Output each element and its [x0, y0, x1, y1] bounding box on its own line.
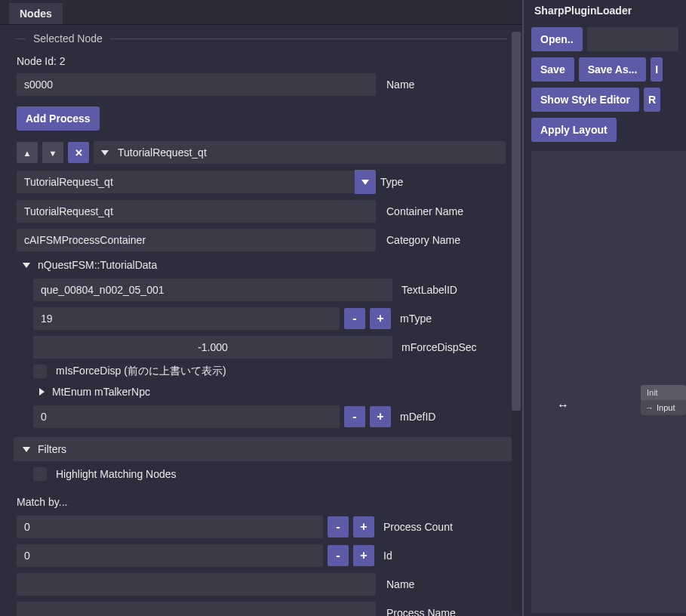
chevron-down-icon	[101, 150, 109, 156]
name-label: Name	[386, 79, 414, 91]
tutorial-data-label: nQuestFSM::TutorialData	[38, 259, 157, 271]
process-count-minus-button[interactable]: -	[328, 516, 349, 537]
process-title: TutorialRequest_qt	[118, 146, 207, 159]
path-input[interactable]	[587, 27, 678, 51]
id-label: Id	[383, 550, 392, 562]
filters-header[interactable]: Filters	[14, 437, 512, 461]
category-name-input[interactable]	[17, 229, 376, 251]
open-button[interactable]: Open..	[531, 27, 583, 51]
mforce-input[interactable]	[33, 336, 392, 359]
extra-button-1[interactable]: I	[651, 57, 663, 82]
add-process-button[interactable]: Add Process	[17, 106, 100, 131]
graph-node[interactable]: Init → Input	[641, 385, 686, 415]
id-minus-button[interactable]: -	[328, 545, 349, 566]
move-up-button[interactable]	[17, 142, 38, 163]
chevron-down-icon	[23, 447, 30, 452]
text-label-id-label: TextLabelID	[401, 284, 457, 296]
process-collapse[interactable]: TutorialRequest_qt	[94, 141, 506, 164]
mdefid-input[interactable]	[33, 405, 340, 428]
mtype-label: mType	[400, 313, 432, 325]
mtype-minus-button[interactable]: -	[344, 308, 365, 329]
x-icon	[75, 146, 83, 159]
mtalker-npc-label: MtEnum mTalkerNpc	[52, 386, 150, 398]
filter-name-label: Name	[386, 578, 414, 590]
chevron-right-icon	[39, 388, 45, 396]
category-name-label: Category Name	[386, 234, 460, 246]
remove-button[interactable]	[68, 142, 89, 163]
match-by-label: Match by...	[0, 484, 522, 513]
scrollbar-thumb[interactable]	[512, 32, 521, 411]
type-label: Type	[380, 176, 403, 188]
mdefid-minus-button[interactable]: -	[344, 406, 365, 427]
save-button[interactable]: Save	[531, 57, 574, 82]
selected-node-label: Selected Node	[26, 32, 110, 45]
id-plus-button[interactable]: +	[353, 545, 374, 566]
filters-label: Filters	[38, 443, 66, 455]
highlight-checkbox[interactable]	[33, 467, 47, 481]
node-id-label: Node Id: 2	[17, 55, 66, 67]
mtalker-npc-header[interactable]: MtEnum mTalkerNpc	[0, 381, 522, 402]
id-input[interactable]	[17, 544, 323, 567]
filter-name-input[interactable]	[17, 573, 376, 596]
scrollbar[interactable]	[512, 30, 521, 613]
mdefid-plus-button[interactable]: +	[370, 406, 391, 427]
node-input-label: Input	[657, 403, 675, 412]
mtype-plus-button[interactable]: +	[370, 308, 391, 329]
triangle-down-icon	[49, 146, 57, 159]
node-title: Init	[641, 385, 686, 400]
filter-process-name-input[interactable]	[17, 602, 376, 616]
process-count-plus-button[interactable]: +	[353, 516, 374, 537]
move-down-button[interactable]	[42, 142, 63, 163]
tutorial-data-header[interactable]: nQuestFSM::TutorialData	[0, 254, 522, 276]
extra-button-2[interactable]: R	[644, 88, 660, 112]
chevron-down-icon	[23, 263, 30, 268]
graph-canvas[interactable]: Init → Input	[531, 151, 686, 613]
mforce-label: mForceDispSec	[401, 341, 477, 353]
chevron-down-icon	[361, 180, 369, 185]
triangle-up-icon	[23, 146, 32, 159]
highlight-label: Highlight Matching Nodes	[56, 468, 177, 480]
mtype-input[interactable]	[33, 307, 340, 330]
sharp-plugin-loader-tab[interactable]: SharpPluginLoader	[524, 0, 686, 21]
save-as-button[interactable]: Save As...	[579, 57, 647, 82]
apply-layout-button[interactable]: Apply Layout	[531, 118, 617, 142]
type-value: TutorialRequest_qt	[17, 171, 355, 193]
process-count-label: Process Count	[383, 521, 453, 533]
process-count-input[interactable]	[17, 516, 323, 538]
mis-force-disp-checkbox[interactable]	[33, 365, 47, 378]
mdefid-label: mDefID	[400, 411, 435, 423]
show-style-editor-button[interactable]: Show Style Editor	[531, 88, 639, 112]
text-label-id-input[interactable]	[33, 279, 392, 301]
container-name-input[interactable]	[17, 200, 376, 223]
mis-force-disp-label: mIsForceDisp (前のに上書いて表示)	[56, 365, 226, 378]
arrow-right-icon: →	[645, 403, 654, 412]
filter-process-name-label: Process Name	[386, 607, 456, 616]
container-name-label: Container Name	[386, 205, 463, 217]
nodes-tab[interactable]: Nodes	[9, 3, 63, 24]
type-dropdown-button[interactable]	[355, 170, 376, 194]
name-input[interactable]	[17, 73, 376, 96]
